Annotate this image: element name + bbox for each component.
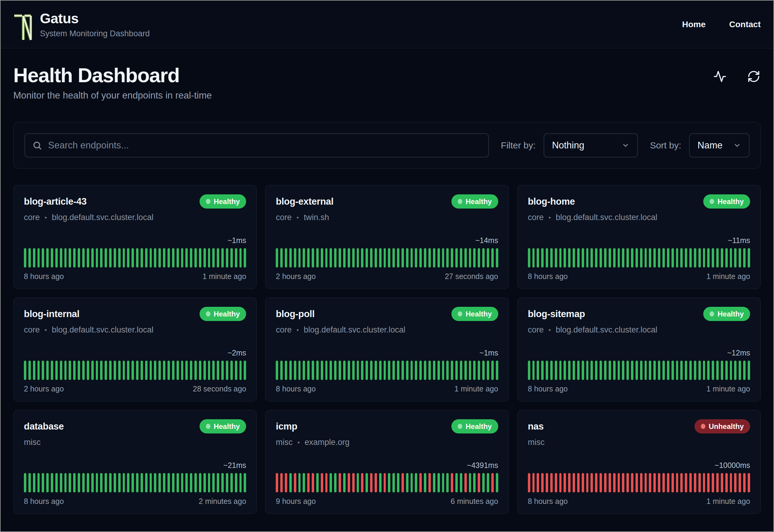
status-bar[interactable]: [307, 248, 310, 268]
status-bar[interactable]: [703, 361, 705, 380]
status-bar[interactable]: [235, 361, 237, 380]
status-bar[interactable]: [622, 361, 624, 380]
status-bar[interactable]: [541, 473, 544, 492]
status-bar[interactable]: [388, 248, 390, 268]
status-bar[interactable]: [618, 361, 620, 380]
status-bar[interactable]: [221, 473, 224, 492]
status-bar[interactable]: [604, 473, 607, 492]
status-bar[interactable]: [658, 361, 660, 380]
status-bar[interactable]: [307, 473, 310, 492]
status-bar[interactable]: [46, 473, 49, 492]
status-bar[interactable]: [626, 361, 629, 380]
status-bar[interactable]: [307, 361, 310, 380]
status-history-bars[interactable]: [276, 473, 498, 492]
status-bar[interactable]: [415, 248, 417, 268]
status-bar[interactable]: [573, 473, 575, 492]
status-bar[interactable]: [343, 473, 346, 492]
status-bar[interactable]: [379, 361, 382, 380]
status-bar[interactable]: [203, 248, 206, 268]
status-bar[interactable]: [352, 361, 355, 380]
endpoint-card[interactable]: blog-poll Healthy core • blog.default.sv…: [265, 297, 509, 401]
status-bar[interactable]: [37, 361, 40, 380]
status-bar[interactable]: [96, 248, 98, 268]
status-bar[interactable]: [419, 473, 422, 492]
status-bar[interactable]: [289, 248, 292, 268]
status-bar[interactable]: [734, 248, 737, 268]
status-bar[interactable]: [685, 473, 687, 492]
status-bar[interactable]: [698, 248, 701, 268]
status-bar[interactable]: [280, 248, 283, 268]
status-bar[interactable]: [730, 473, 732, 492]
status-bar[interactable]: [424, 361, 426, 380]
status-bar[interactable]: [51, 473, 53, 492]
status-bar[interactable]: [613, 473, 616, 492]
status-bar[interactable]: [141, 361, 143, 380]
status-history-bars[interactable]: [24, 361, 246, 380]
status-bar[interactable]: [136, 248, 138, 268]
status-bar[interactable]: [334, 473, 337, 492]
status-bar[interactable]: [411, 248, 413, 268]
status-bar[interactable]: [437, 473, 440, 492]
status-bar[interactable]: [230, 361, 233, 380]
status-bar[interactable]: [199, 248, 201, 268]
status-bar[interactable]: [343, 361, 346, 380]
status-bar[interactable]: [226, 473, 228, 492]
status-bar[interactable]: [573, 361, 575, 380]
status-bar[interactable]: [60, 473, 62, 492]
status-bar[interactable]: [662, 248, 665, 268]
status-bar[interactable]: [428, 248, 431, 268]
status-bar[interactable]: [78, 248, 80, 268]
status-history-bars[interactable]: [276, 248, 498, 268]
status-bar[interactable]: [64, 361, 67, 380]
status-bar[interactable]: [415, 361, 417, 380]
status-bar[interactable]: [437, 361, 440, 380]
status-bar[interactable]: [33, 473, 35, 492]
status-bar[interactable]: [194, 361, 197, 380]
status-bar[interactable]: [150, 473, 152, 492]
status-bar[interactable]: [303, 473, 305, 492]
status-bar[interactable]: [150, 248, 152, 268]
status-bar[interactable]: [590, 473, 593, 492]
status-bar[interactable]: [707, 473, 710, 492]
status-bar[interactable]: [743, 248, 746, 268]
status-bar[interactable]: [392, 248, 395, 268]
status-bar[interactable]: [361, 473, 363, 492]
status-bar[interactable]: [689, 248, 692, 268]
status-bar[interactable]: [532, 248, 535, 268]
status-bar[interactable]: [442, 361, 444, 380]
status-bar[interactable]: [181, 361, 184, 380]
status-bar[interactable]: [402, 473, 404, 492]
endpoint-card[interactable]: blog-external Healthy core • twin.sh ~14…: [265, 185, 509, 289]
status-bar[interactable]: [145, 248, 148, 268]
status-bar[interactable]: [73, 473, 76, 492]
status-bar[interactable]: [158, 473, 161, 492]
status-bar[interactable]: [366, 248, 368, 268]
status-bar[interactable]: [595, 361, 597, 380]
status-bar[interactable]: [289, 473, 292, 492]
status-bar[interactable]: [33, 248, 35, 268]
status-bar[interactable]: [698, 361, 701, 380]
status-bar[interactable]: [199, 473, 201, 492]
status-bar[interactable]: [194, 248, 197, 268]
status-bar[interactable]: [653, 248, 656, 268]
status-bar[interactable]: [491, 361, 494, 380]
status-bar[interactable]: [482, 473, 485, 492]
status-bar[interactable]: [208, 473, 210, 492]
status-bar[interactable]: [541, 248, 544, 268]
status-bar[interactable]: [464, 248, 467, 268]
status-bar[interactable]: [185, 473, 188, 492]
status-bar[interactable]: [199, 361, 201, 380]
status-bar[interactable]: [415, 473, 417, 492]
status-bar[interactable]: [546, 473, 548, 492]
status-bar[interactable]: [154, 248, 156, 268]
status-bar[interactable]: [546, 361, 548, 380]
status-bar[interactable]: [64, 248, 67, 268]
search-input[interactable]: [48, 140, 481, 151]
status-bar[interactable]: [613, 248, 616, 268]
endpoint-card[interactable]: nas Unhealthy misc • ~10000ms 8 hours ag…: [517, 410, 761, 514]
status-bar[interactable]: [127, 361, 129, 380]
status-bar[interactable]: [392, 361, 395, 380]
status-bar[interactable]: [370, 361, 372, 380]
status-bar[interactable]: [406, 361, 408, 380]
status-bar[interactable]: [370, 473, 372, 492]
